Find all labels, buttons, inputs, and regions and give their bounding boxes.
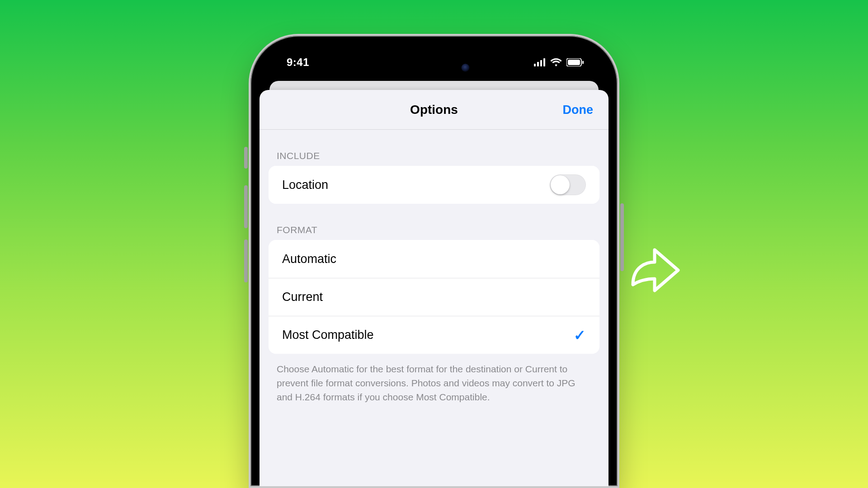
svg-rect-1	[537, 62, 539, 66]
status-time: 9:41	[287, 56, 309, 69]
location-row[interactable]: Location	[269, 166, 599, 204]
svg-rect-0	[534, 64, 536, 66]
location-label: Location	[282, 178, 328, 192]
cellular-icon	[534, 58, 546, 66]
format-option-label: Current	[282, 290, 323, 304]
section-label-include: INCLUDE	[259, 130, 609, 166]
battery-icon	[566, 58, 584, 66]
phone-frame: 9:41 Options	[249, 34, 619, 488]
svg-rect-3	[543, 58, 545, 66]
sheet-header: Options Done	[259, 90, 609, 130]
location-toggle[interactable]	[550, 174, 586, 195]
options-sheet: Options Done INCLUDE Location FORMAT Aut…	[259, 90, 609, 486]
volume-up-button	[244, 185, 248, 228]
format-option-most-compatible[interactable]: Most Compatible ✓	[269, 316, 599, 354]
volume-down-button	[244, 239, 248, 282]
checkmark-icon: ✓	[574, 327, 586, 344]
format-footer-text: Choose Automatic for the best format for…	[259, 354, 609, 413]
format-option-label: Most Compatible	[282, 328, 374, 342]
phone-screen: 9:41 Options	[259, 45, 609, 486]
share-arrow-icon	[619, 242, 683, 303]
svg-rect-5	[568, 60, 580, 65]
svg-rect-2	[540, 60, 542, 66]
sheet-title: Options	[410, 103, 458, 117]
format-option-automatic[interactable]: Automatic	[269, 240, 599, 278]
section-label-format: FORMAT	[259, 204, 609, 240]
svg-rect-6	[582, 61, 584, 64]
done-button[interactable]: Done	[563, 103, 594, 117]
format-option-current[interactable]: Current	[269, 278, 599, 316]
mute-switch	[244, 147, 248, 169]
format-group: Automatic Current Most Compatible ✓	[269, 240, 599, 354]
dynamic-island	[392, 57, 476, 78]
front-camera-icon	[462, 64, 470, 72]
format-option-label: Automatic	[282, 252, 336, 266]
include-group: Location	[269, 166, 599, 204]
wifi-icon	[550, 58, 562, 67]
